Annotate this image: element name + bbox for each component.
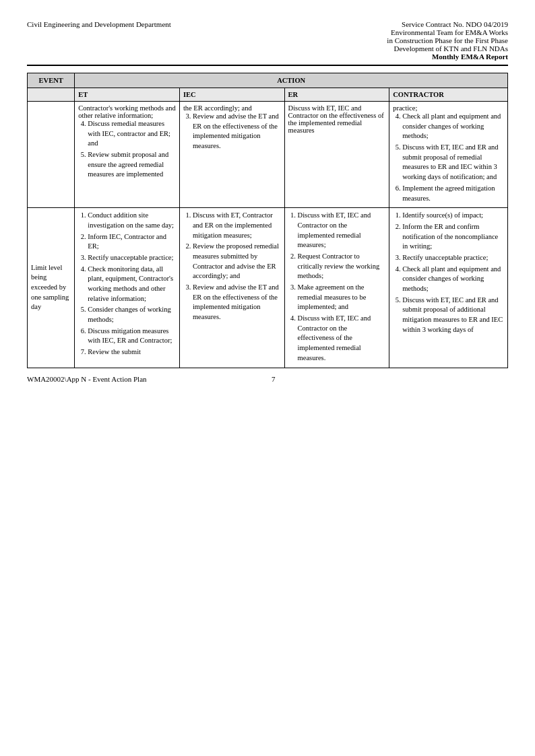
iec-list-limit: Discuss with ET, Contractor and ER on th… (183, 211, 281, 322)
list-item: Review submit proposal and ensure the ag… (88, 150, 176, 180)
event-header: EVENT (28, 73, 75, 88)
contract-line4: Development of KTN and FLN NDAs (387, 44, 508, 53)
contractor-cell-limit: Identify source(s) of impact; Inform the… (389, 208, 508, 368)
contractor-list-limit: Identify source(s) of impact; Inform the… (393, 211, 504, 335)
list-item: Review the proposed remedial measures su… (193, 242, 281, 281)
list-item: Review and advise the ET and ER on the e… (193, 283, 281, 322)
list-item: Discuss with ET, Contractor and ER on th… (193, 211, 281, 240)
iec-subheader: IEC (179, 88, 284, 102)
table-subheader-row: ET IEC ER CONTRACTOR (28, 88, 508, 102)
list-item: Discuss with ET, IEC and ER and submit p… (402, 296, 504, 335)
list-item: Review and advise the ET and ER on the e… (193, 112, 281, 151)
contract-line5: Monthly EM&A Report (387, 53, 508, 61)
list-item: Consider changes of working methods; (88, 305, 176, 324)
et-cell-continuation: Contractor's working methods and other r… (75, 102, 180, 208)
er-continuation-text: Discuss with ET, IEC and Contractor on t… (288, 104, 386, 134)
list-item: Conduct addition site investigation on t… (88, 211, 176, 230)
page-header: Civil Engineering and Development Depart… (27, 20, 508, 61)
event-cell-limit: Limit level being exceeded by one sampli… (28, 208, 75, 368)
iec-list-continuation: Review and advise the ET and ER on the e… (183, 112, 281, 151)
contractor-cont-text: practice; (393, 104, 504, 112)
list-item: Implement the agreed mitigation measures… (402, 184, 504, 203)
event-cell-empty (28, 102, 75, 208)
list-item: Discuss remedial measures with IEC, cont… (88, 119, 176, 149)
list-item: Check all plant and equipment and consid… (402, 112, 504, 141)
list-item: Inform IEC, Contractor and ER; (88, 232, 176, 252)
list-item: Rectify unacceptable practice; (88, 253, 176, 263)
er-list-limit: Discuss with ET, IEC and Contractor on t… (288, 211, 386, 363)
list-item: Request Contractor to critically review … (298, 252, 386, 281)
et-continuation-text: Contractor's working methods and other r… (78, 104, 176, 119)
contract-line1: Service Contract No. NDO 04/2019 (387, 20, 508, 28)
contractor-subheader: CONTRACTOR (389, 88, 508, 102)
list-item: Discuss mitigation measures with IEC, ER… (88, 327, 176, 346)
list-item: Review the submit (88, 347, 176, 357)
contractor-list-continuation: Check all plant and equipment and consid… (393, 112, 504, 203)
footer-path: WMA20002\App N - Event Action Plan (27, 375, 147, 383)
contract-line3: in Construction Phase for the First Phas… (387, 36, 508, 44)
contractor-cell-continuation: practice; Check all plant and equipment … (389, 102, 508, 208)
list-item: Inform the ER and confirm notification o… (402, 222, 504, 252)
action-header: ACTION (75, 73, 508, 88)
table-row-continuation: Contractor's working methods and other r… (28, 102, 508, 208)
et-list-continuation: Discuss remedial measures with IEC, cont… (78, 119, 176, 180)
page-footer: WMA20002\App N - Event Action Plan 7 (27, 375, 508, 383)
contract-line2: Environmental Team for EM&A Works (387, 28, 508, 36)
er-subheader: ER (284, 88, 389, 102)
event-action-table: EVENT ACTION ET IEC ER CONTRACTOR Contra… (27, 73, 508, 368)
org-name: Civil Engineering and Development Depart… (27, 20, 171, 28)
iec-cell-continuation: the ER accordingly; and Review and advis… (179, 102, 284, 208)
list-item: Check all plant and equipment and consid… (402, 265, 504, 294)
header-right: Service Contract No. NDO 04/2019 Environ… (387, 20, 508, 61)
header-divider (27, 65, 508, 66)
er-cell-continuation: Discuss with ET, IEC and Contractor on t… (284, 102, 389, 208)
list-item: Make agreement on the remedial measures … (298, 283, 386, 312)
event-subheader (28, 88, 75, 102)
header-left: Civil Engineering and Development Depart… (27, 20, 171, 28)
list-item: Check monitoring data, all plant, equipm… (88, 265, 176, 304)
iec-cell-limit: Discuss with ET, Contractor and ER on th… (179, 208, 284, 368)
list-item: Identify source(s) of impact; (402, 211, 504, 221)
et-list-limit: Conduct addition site investigation on t… (78, 211, 176, 357)
list-item: Discuss with ET, IEC and Contractor on t… (298, 211, 386, 250)
iec-continuation-text: the ER accordingly; and (183, 104, 281, 112)
list-item: Discuss with ET, IEC and Contractor on t… (298, 314, 386, 363)
table-header-row: EVENT ACTION (28, 73, 508, 88)
er-cell-limit: Discuss with ET, IEC and Contractor on t… (284, 208, 389, 368)
list-item: Rectify unacceptable practice; (402, 253, 504, 263)
list-item: Discuss with ET, IEC and ER and submit p… (402, 143, 504, 182)
et-subheader: ET (75, 88, 180, 102)
page-number: 7 (272, 375, 276, 383)
table-row-limit-level: Limit level being exceeded by one sampli… (28, 208, 508, 368)
et-cell-limit: Conduct addition site investigation on t… (75, 208, 180, 368)
